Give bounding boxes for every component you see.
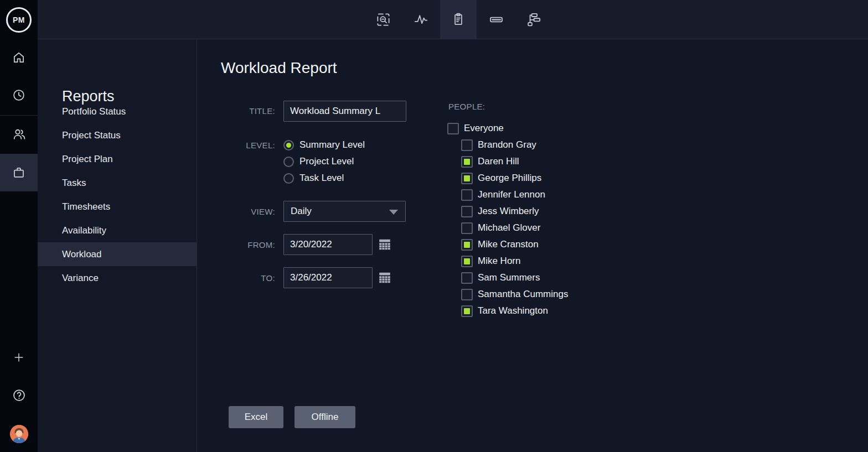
everyone-checkbox[interactable]: [447, 123, 459, 134]
person-checkbox[interactable]: [461, 256, 473, 267]
main-content: Workload Report TITLE: LEVEL: Summary Le…: [198, 39, 868, 452]
top-tab-card[interactable]: [478, 0, 514, 39]
app-window: PM Reports Portfolio StatusProject Statu…: [0, 0, 868, 452]
sidebar-item-portfolio-status[interactable]: Portfolio Status: [38, 100, 197, 123]
left-rail: [0, 39, 38, 452]
radio-button[interactable]: [283, 173, 294, 184]
briefcase-icon: [12, 165, 26, 180]
sidebar-item-project-plan[interactable]: Project Plan: [38, 147, 197, 171]
person-row-george-phillips[interactable]: George Phillips: [461, 170, 568, 186]
person-row-jess-wimberly[interactable]: Jess Wimberly: [461, 203, 568, 220]
sidebar-item-workload[interactable]: Workload: [38, 242, 197, 266]
level-option-label: Task Level: [299, 173, 344, 184]
title-label: TITLE:: [198, 106, 275, 116]
sidebar-item-variance[interactable]: Variance: [38, 266, 197, 290]
card-icon: [489, 12, 504, 27]
level-option-task-level[interactable]: Task Level: [283, 170, 365, 186]
people-label: PEOPLE:: [448, 102, 485, 111]
pm-logo-icon: PM: [6, 7, 32, 33]
from-date-input[interactable]: [283, 234, 373, 255]
level-radio-group: Summary Level Project Level Task Level: [283, 137, 365, 186]
report-icon: [451, 12, 466, 27]
person-row-daren-hill[interactable]: Daren Hill: [461, 153, 568, 170]
calendar-icon: [378, 271, 391, 285]
top-tab-workflow[interactable]: [515, 0, 552, 39]
rail-item-home[interactable]: [0, 42, 38, 73]
plus-icon: [13, 351, 25, 363]
report-title-input[interactable]: [283, 101, 406, 122]
person-checkbox[interactable]: [461, 289, 473, 300]
person-checkbox[interactable]: [461, 189, 473, 201]
rail-item-help[interactable]: [0, 380, 38, 411]
view-label: VIEW:: [198, 207, 275, 216]
top-tab-zoom-area[interactable]: [365, 0, 401, 39]
level-option-label: Project Level: [299, 156, 354, 167]
to-calendar-button[interactable]: [378, 271, 391, 284]
sidebar-item-project-status[interactable]: Project Status: [38, 123, 197, 147]
everyone-row[interactable]: Everyone: [447, 120, 504, 137]
to-date-input[interactable]: [283, 267, 373, 288]
from-label: FROM:: [198, 240, 275, 250]
person-checkbox[interactable]: [461, 156, 473, 168]
chevron-down-icon: [389, 210, 398, 215]
rail-item-clock[interactable]: [0, 80, 38, 111]
calendar-icon: [378, 237, 391, 252]
radio-button[interactable]: [283, 140, 294, 150]
level-option-summary-level[interactable]: Summary Level: [283, 137, 365, 153]
reports-sidebar: Reports Portfolio StatusProject StatusPr…: [38, 39, 197, 452]
person-name: Sam Summers: [478, 272, 540, 283]
person-name: George Phillips: [478, 173, 541, 184]
top-tab-report[interactable]: [440, 0, 477, 39]
activity-icon: [414, 12, 428, 27]
person-checkbox[interactable]: [461, 139, 473, 151]
rail-item-plus[interactable]: [0, 342, 38, 373]
person-row-sam-summers[interactable]: Sam Summers: [461, 269, 568, 286]
view-dropdown[interactable]: Daily: [283, 201, 406, 222]
workflow-icon: [526, 12, 541, 27]
person-name: Brandon Gray: [478, 139, 536, 150]
person-checkbox[interactable]: [461, 173, 473, 184]
person-checkbox[interactable]: [461, 222, 473, 234]
to-label: TO:: [198, 273, 275, 283]
home-icon: [12, 50, 26, 65]
person-checkbox[interactable]: [461, 305, 473, 317]
person-checkbox[interactable]: [461, 206, 473, 217]
rail-item-avatar[interactable]: [0, 418, 38, 449]
radio-button[interactable]: [283, 157, 294, 167]
person-name: Michael Glover: [478, 222, 540, 233]
users-icon: [12, 127, 27, 142]
people-list: Brandon Gray Daren Hill George Phillips …: [461, 137, 568, 319]
sidebar-item-tasks[interactable]: Tasks: [38, 171, 197, 195]
person-name: Jennifer Lennon: [478, 189, 545, 200]
person-row-samantha-cummings[interactable]: Samantha Cummings: [461, 286, 568, 303]
level-option-label: Summary Level: [299, 139, 365, 150]
user-avatar: [10, 425, 28, 443]
person-checkbox[interactable]: [461, 272, 473, 284]
level-option-project-level[interactable]: Project Level: [283, 153, 365, 170]
rail-divider: [0, 191, 38, 191]
pm-logo[interactable]: PM: [0, 0, 38, 39]
help-icon: [12, 388, 27, 403]
rail-item-briefcase[interactable]: [0, 154, 38, 191]
person-checkbox[interactable]: [461, 239, 473, 251]
excel-button[interactable]: Excel: [229, 406, 283, 428]
top-bar: PM: [0, 0, 868, 39]
person-row-mike-cranston[interactable]: Mike Cranston: [461, 236, 568, 253]
clock-icon: [12, 88, 26, 102]
rail-item-users[interactable]: [0, 118, 38, 149]
person-row-mike-horn[interactable]: Mike Horn: [461, 253, 568, 269]
from-calendar-button[interactable]: [378, 238, 391, 251]
level-label: LEVEL:: [198, 141, 275, 150]
sidebar-item-timesheets[interactable]: Timesheets: [38, 195, 197, 219]
person-name: Tara Washington: [478, 305, 548, 316]
person-row-michael-glover[interactable]: Michael Glover: [461, 220, 568, 236]
person-name: Daren Hill: [478, 156, 519, 167]
person-row-jennifer-lennon[interactable]: Jennifer Lennon: [461, 186, 568, 203]
person-row-brandon-gray[interactable]: Brandon Gray: [461, 137, 568, 153]
sidebar-item-availability[interactable]: Availability: [38, 219, 197, 242]
person-row-tara-washington[interactable]: Tara Washington: [461, 303, 568, 319]
page-title: Workload Report: [221, 59, 337, 77]
offline-button[interactable]: Offline: [294, 406, 355, 428]
everyone-label: Everyone: [464, 123, 504, 134]
top-tab-activity[interactable]: [402, 0, 439, 39]
